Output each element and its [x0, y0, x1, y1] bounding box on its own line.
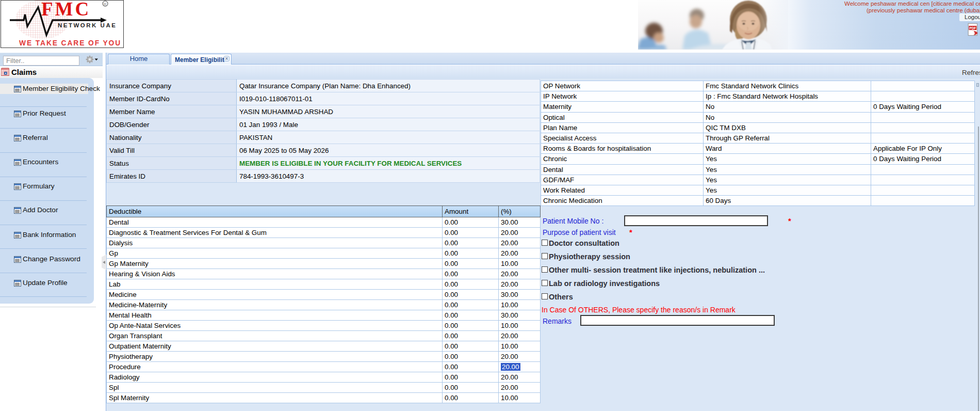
svg-text:WE TAKE CARE OF YOU: WE TAKE CARE OF YOU [19, 39, 121, 47]
svg-text:PDF: PDF [969, 26, 976, 30]
svg-text:NETWORK UAE: NETWORK UAE [58, 22, 117, 28]
svg-text:FMC: FMC [41, 1, 91, 20]
svg-text:R: R [104, 2, 107, 7]
